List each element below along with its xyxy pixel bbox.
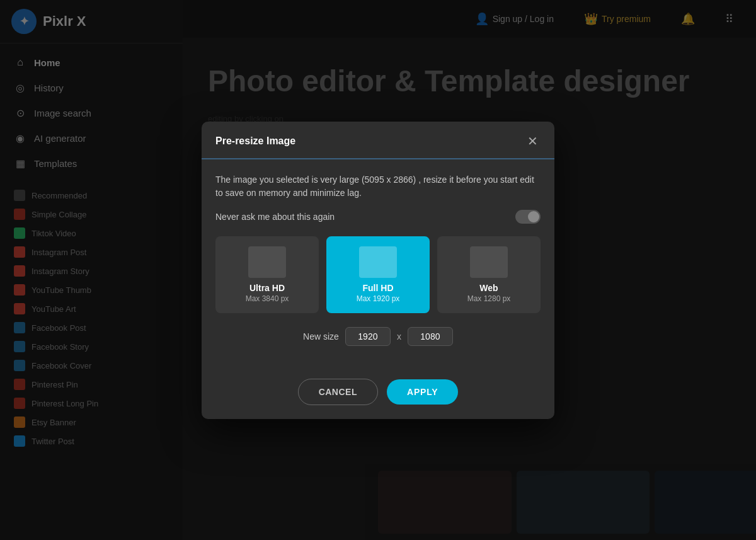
size-option-ultra-hd-name: Ultra HD [249,283,285,293]
new-size-width-input[interactable] [345,327,391,346]
new-size-label: New size [303,331,339,342]
new-size-height-input[interactable] [408,327,453,346]
size-preview-web [470,246,508,278]
dialog-description: The image you selected is very large (50… [215,173,541,200]
dialog-title: Pre-resize Image [215,135,295,147]
never-ask-label: Never ask me about this again [215,212,335,222]
size-option-full-hd-name: Full HD [363,283,394,293]
pre-resize-dialog: Pre-resize Image ✕ The image you selecte… [202,122,554,419]
new-size-row: New size x [215,327,541,346]
size-option-web-desc: Max 1280 px [467,294,511,303]
dialog-header: Pre-resize Image ✕ [202,122,554,159]
never-ask-row: Never ask me about this again [215,210,541,224]
size-preview-full-hd [359,246,397,278]
cancel-button[interactable]: CANCEL [298,379,378,405]
size-options: Ultra HD Max 3840 px Full HD Max 1920 px… [215,236,541,313]
new-size-x-separator: x [397,331,401,342]
dialog-footer: CANCEL APPLY [202,374,554,419]
size-option-full-hd-desc: Max 1920 px [357,294,400,303]
dialog-close-button[interactable]: ✕ [524,133,541,149]
apply-button[interactable]: APPLY [387,379,458,405]
never-ask-toggle[interactable] [515,210,541,224]
size-preview-ultra-hd [248,246,286,278]
size-option-ultra-hd[interactable]: Ultra HD Max 3840 px [215,236,319,313]
size-option-full-hd[interactable]: Full HD Max 1920 px [326,236,430,313]
size-option-web-name: Web [479,283,498,293]
size-option-ultra-hd-desc: Max 3840 px [246,294,289,303]
toggle-knob [528,211,539,222]
size-option-web[interactable]: Web Max 1280 px [437,236,541,313]
dialog-body: The image you selected is very large (50… [202,159,554,374]
